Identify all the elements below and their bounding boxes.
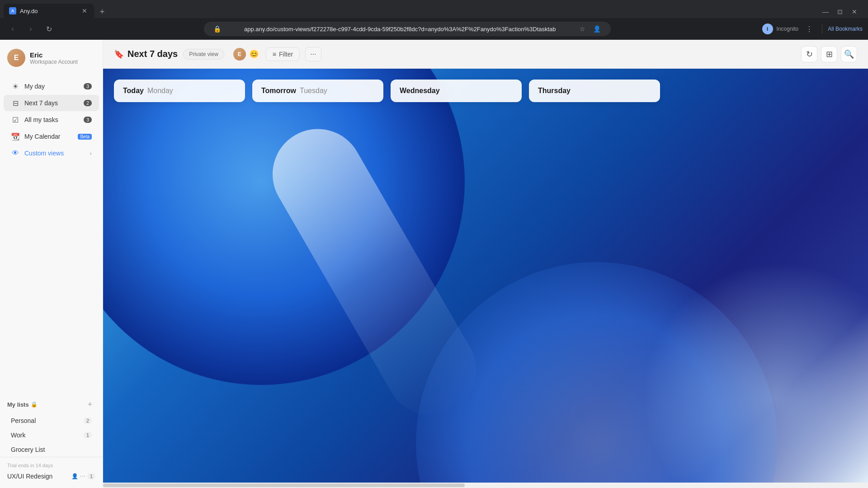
sidebar-item-custom-views-label: Custom views	[24, 150, 85, 157]
more-icon[interactable]: ⋯	[80, 473, 85, 479]
add-list-button[interactable]: +	[85, 399, 95, 410]
sidebar-item-next-7-days-label: Next 7 days	[24, 99, 79, 107]
filter-label: Filter	[279, 51, 293, 58]
address-bar[interactable]: 🔒 app.any.do/custom-views/f272278e-c997-…	[204, 22, 611, 36]
search-icon: 🔍	[844, 49, 854, 59]
project-actions: 👤 ⋯ 1	[71, 473, 95, 479]
list-item-grocery[interactable]: Grocery List	[4, 443, 99, 456]
user-info: Eric Workspace Account	[30, 51, 78, 65]
person-icon: 👤	[71, 473, 78, 479]
search-button[interactable]: 🔍	[841, 46, 857, 62]
tab-bar-controls: — ⊡ ✕	[108, 5, 864, 18]
address-icons: ☆ 👤	[576, 23, 604, 35]
tab-title: Any.do	[20, 8, 77, 14]
chevron-right-icon: ›	[90, 150, 92, 157]
horizontal-scrollbar[interactable]	[103, 483, 868, 488]
minimize-button[interactable]: —	[819, 5, 832, 18]
sidebar-item-calendar-label: My Calendar	[24, 133, 73, 140]
profile-access-icon[interactable]: 👤	[591, 23, 604, 35]
list-item-personal[interactable]: Personal 2	[4, 414, 99, 427]
checklist-icon: ☑	[11, 115, 20, 124]
new-tab-button[interactable]: +	[96, 5, 108, 18]
user-workspace: Workspace Account	[30, 59, 78, 65]
profile-button[interactable]: I	[762, 23, 773, 34]
back-button[interactable]: ‹	[5, 22, 20, 36]
day-card-today-header: Today Monday	[123, 87, 236, 95]
list-item-work[interactable]: Work 1	[4, 428, 99, 442]
scrollbar-thumb[interactable]	[103, 483, 465, 487]
day-card-thursday-header: Thursday	[538, 87, 651, 95]
forward-button[interactable]: ›	[24, 22, 38, 36]
all-tasks-badge: 3	[84, 117, 92, 123]
sidebar-nav: ☀ My day 3 ⊟ Next 7 days 2 ☑ All my task…	[0, 74, 103, 392]
day-card-wednesday: Wednesday	[391, 80, 522, 102]
lock-icon: 🔒	[211, 23, 224, 35]
next-7-days-badge: 2	[84, 100, 92, 106]
bookmark-icon: 🔖	[114, 49, 124, 59]
main-content: 🔖 Next 7 days Private view E 😊 ≡ Filter …	[103, 40, 868, 488]
toolbar-avatar-emoji: 😊	[248, 48, 260, 61]
thursday-label: Thursday	[538, 87, 571, 95]
my-calendar-icon: 📆	[11, 132, 20, 141]
tab-bar: A Any.do ✕ + — ⊡ ✕	[0, 0, 868, 18]
toolbar-divider	[822, 24, 822, 33]
private-view-button[interactable]: Private view	[183, 49, 224, 60]
today-sublabel: Monday	[147, 87, 173, 95]
refresh-button[interactable]: ↻	[801, 46, 817, 62]
incognito-label: Incognito	[777, 26, 799, 32]
all-bookmarks-label[interactable]: All Bookmarks	[828, 26, 863, 32]
user-avatar[interactable]: E	[7, 49, 25, 67]
app-container: E Eric Workspace Account ☀ My day 3 ⊟ Ne…	[0, 40, 868, 488]
active-tab[interactable]: A Any.do ✕	[4, 4, 94, 18]
view-title: Next 7 days	[127, 49, 178, 59]
browser-toolbar-right: I Incognito ⋮ All Bookmarks	[762, 22, 863, 36]
bookmark-star-icon[interactable]: ☆	[576, 23, 589, 35]
sidebar-item-my-day-label: My day	[24, 83, 79, 90]
my-day-badge: 3	[84, 83, 92, 89]
sun-icon: ☀	[11, 82, 20, 91]
sidebar-item-my-day[interactable]: ☀ My day 3	[4, 78, 99, 94]
maximize-button[interactable]: ⊡	[834, 5, 846, 18]
sidebar-header: E Eric Workspace Account	[0, 40, 103, 74]
calendar-icon: ⊟	[11, 99, 20, 108]
trial-text: Trial ends in 14 days	[7, 463, 95, 468]
tab-favicon: A	[9, 7, 16, 14]
project-name: UX/UI Redesign	[7, 473, 68, 480]
browser-chrome: A Any.do ✕ + — ⊡ ✕ ‹ › ↻ 🔒 app.any.do/cu…	[0, 0, 868, 40]
tomorrow-label: Tomorrow	[261, 87, 296, 95]
day-card-thursday: Thursday	[529, 80, 660, 102]
user-name: Eric	[30, 51, 78, 59]
lock-icon: 🔒	[31, 401, 38, 408]
more-options-button[interactable]: ···	[305, 47, 321, 61]
list-grocery-label: Grocery List	[11, 446, 92, 453]
lists-section: My lists 🔒 +	[0, 392, 103, 413]
today-label: Today	[123, 87, 144, 95]
sidebar-item-all-tasks-label: All my tasks	[24, 116, 79, 123]
url-text: app.any.do/custom-views/f272278e-c997-4c…	[227, 26, 573, 33]
layout-button[interactable]: ⊞	[821, 46, 837, 62]
day-columns: Today Monday Tomorrow Tuesday Wednesday	[103, 69, 868, 113]
sidebar-item-custom-views[interactable]: 👁 Custom views ›	[4, 145, 99, 161]
sidebar-footer: Trial ends in 14 days UX/UI Redesign 👤 ⋯…	[0, 457, 103, 488]
browser-menu-button[interactable]: ⋮	[802, 22, 816, 36]
tomorrow-sublabel: Tuesday	[300, 87, 327, 95]
tab-close-button[interactable]: ✕	[80, 7, 89, 15]
sidebar-item-all-tasks[interactable]: ☑ All my tasks 3	[4, 112, 99, 128]
refresh-icon: ↻	[806, 49, 813, 59]
sidebar-item-calendar[interactable]: 📆 My Calendar Beta	[4, 128, 99, 145]
filter-button[interactable]: ≡ Filter	[266, 47, 300, 61]
work-badge: 1	[84, 432, 92, 438]
personal-badge: 2	[84, 418, 92, 424]
close-button[interactable]: ✕	[848, 5, 861, 18]
wednesday-label: Wednesday	[400, 87, 440, 95]
lists-section-title: My lists 🔒	[7, 401, 38, 408]
filter-icon: ≡	[273, 51, 276, 58]
toolbar-right-icons: ↻ ⊞ 🔍	[801, 46, 857, 62]
day-card-wednesday-header: Wednesday	[400, 87, 513, 95]
reload-button[interactable]: ↻	[42, 22, 56, 36]
sidebar-item-next-7-days[interactable]: ⊟ Next 7 days 2	[4, 95, 99, 111]
project-item-ux[interactable]: UX/UI Redesign 👤 ⋯ 1	[7, 470, 95, 483]
day-card-tomorrow: Tomorrow Tuesday	[252, 80, 383, 102]
eye-icon: 👁	[11, 149, 20, 158]
day-card-today: Today Monday	[114, 80, 245, 102]
